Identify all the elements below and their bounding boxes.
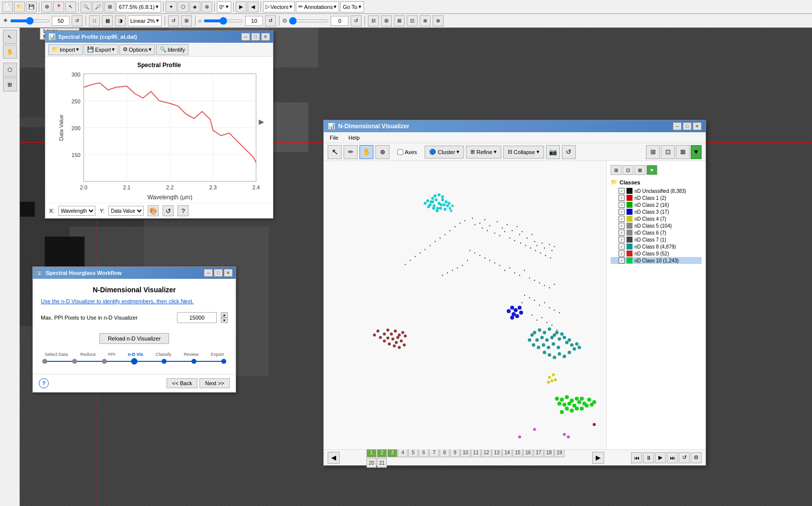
cluster-btn[interactable]: 🔵 Cluster ▾ <box>425 146 464 159</box>
display-btn2[interactable]: ⊞ <box>381 15 392 26</box>
lp-btn2[interactable]: ✋ <box>3 45 17 59</box>
view-btn1[interactable]: ⊞ <box>646 145 660 159</box>
sp-close[interactable]: ✕ <box>261 33 270 41</box>
class-item-2[interactable]: nD Class 2 (16) <box>611 201 702 208</box>
reset-gamma-btn[interactable]: ↺ <box>351 15 361 26</box>
menu-help[interactable]: Help <box>347 135 362 141</box>
refresh2-btn[interactable]: ↺ <box>562 145 576 159</box>
reset-contrast-btn[interactable]: ↺ <box>265 15 276 26</box>
sb-btn3[interactable]: ⊠ <box>634 165 645 175</box>
color-select-btn[interactable]: ▼ <box>646 165 657 175</box>
play-start-btn[interactable]: ⏮ <box>631 452 642 463</box>
display-btn1[interactable]: ⊟ <box>368 15 379 26</box>
chart-refresh-btn[interactable]: ↺ <box>163 205 174 216</box>
tool2-btn[interactable]: ⬡ <box>178 1 188 12</box>
color-picker-btn[interactable]: ▼ <box>691 145 702 159</box>
sb-btn2[interactable]: ⊡ <box>623 165 633 175</box>
lp-btn1[interactable]: ↖ <box>3 30 17 44</box>
class-item-0[interactable]: nD Unclassified (8,383) <box>611 187 702 194</box>
display-btn5[interactable]: ⊕ <box>420 15 431 26</box>
refresh-btn[interactable]: ↺ <box>168 15 179 26</box>
save-btn[interactable]: 💾 <box>26 1 37 12</box>
new-btn[interactable]: 📄 <box>2 1 13 12</box>
play-fast-btn[interactable]: ⏭ <box>667 452 678 463</box>
class-item-6[interactable]: nD Class 6 (7) <box>611 229 702 236</box>
stretch-dropdown[interactable]: Linear 2% ▾ <box>128 15 162 26</box>
class-check-1[interactable] <box>619 195 625 201</box>
view-btn3[interactable]: ⊠ <box>676 145 690 159</box>
display-btn3[interactable]: ⊠ <box>394 15 405 26</box>
axes-check[interactable] <box>397 149 403 155</box>
hg-help-btn[interactable]: ? <box>39 378 49 388</box>
move-tool-btn[interactable]: ✋ <box>360 145 373 159</box>
sp-maximize[interactable]: □ <box>251 33 260 41</box>
ppi-up[interactable]: ▲ <box>221 312 228 318</box>
class-check-7[interactable] <box>619 237 625 243</box>
display-btn4[interactable]: ⊡ <box>407 15 418 26</box>
annotations-dropdown[interactable]: ✏ Annotations ▾ <box>296 1 339 12</box>
ppi-down[interactable]: ▼ <box>221 318 228 323</box>
y-axis-select[interactable]: Data Value <box>108 206 144 216</box>
contrast-slider[interactable] <box>203 19 243 22</box>
collapse-btn[interactable]: ⊟ Collapse ▾ <box>503 146 544 159</box>
class-check-5[interactable] <box>619 223 625 229</box>
lp-btn3[interactable]: ⬡ <box>3 63 17 77</box>
back-btn[interactable]: << Back <box>167 378 197 388</box>
rotation-dropdown[interactable]: 0° ▾ <box>217 1 231 12</box>
prev-page-btn[interactable]: ◀ <box>328 452 340 464</box>
zoom-in-btn[interactable]: 🔍 <box>81 1 91 12</box>
class-check-9[interactable] <box>619 251 625 256</box>
tool1-btn[interactable]: ✦ <box>166 1 177 12</box>
class-item-8[interactable]: nD Class 8 (4,879) <box>611 243 702 250</box>
sb-btn1[interactable]: ⊞ <box>611 165 622 175</box>
contrast-value[interactable]: 10 <box>245 16 263 26</box>
layers-btn[interactable]: ⊞ <box>181 15 192 26</box>
hg-minimize[interactable]: ─ <box>204 269 213 277</box>
forward-btn[interactable]: ▶ <box>236 1 247 12</box>
gamma-slider[interactable] <box>289 19 329 22</box>
class-check-10[interactable] <box>619 257 625 263</box>
play-settings-btn[interactable]: ⚙ <box>691 452 702 463</box>
class-check-2[interactable] <box>619 202 625 208</box>
class-item-10[interactable]: nD Class 10 (1,243) <box>611 257 702 264</box>
play-pause-btn[interactable]: ⏸ <box>643 452 654 463</box>
sp-minimize[interactable]: ─ <box>241 33 250 41</box>
class-item-4[interactable]: nD Class 4 (7) <box>611 215 702 222</box>
back-btn[interactable]: ◀ <box>248 1 259 12</box>
page-21[interactable]: 21 <box>377 458 387 468</box>
ndv-minimize[interactable]: ─ <box>673 122 682 130</box>
zoom-fit-btn[interactable]: ⊞ <box>104 1 115 12</box>
play-loop-btn[interactable]: ↺ <box>679 452 690 463</box>
cursor-btn[interactable]: ↖ <box>65 1 76 12</box>
sp-identify-btn[interactable]: 🔍 Identify <box>156 44 188 55</box>
hg-restore[interactable]: □ <box>214 269 223 277</box>
target-tool-btn[interactable]: ⊕ <box>375 145 389 159</box>
select-tool-btn[interactable]: ↖ <box>328 145 342 159</box>
zoom-out-btn[interactable]: 🔎 <box>92 1 103 12</box>
hg-instruction[interactable]: Use the n-D Visualizer to identify endme… <box>41 298 228 305</box>
class-item-7[interactable]: nD Class 7 (1) <box>611 236 702 243</box>
ndv-maximize[interactable]: □ <box>683 122 692 130</box>
reload-btn[interactable]: Reload n-D Visualizer <box>99 333 169 344</box>
class-check-8[interactable] <box>619 244 625 250</box>
class-item-3[interactable]: nD Class 3 (17) <box>611 208 702 215</box>
ppi-input[interactable]: 15000 <box>177 312 217 323</box>
tool3-btn[interactable]: ◈ <box>189 1 200 12</box>
hg-close[interactable]: ✕ <box>224 269 233 277</box>
brightness-value[interactable]: 50 <box>52 16 70 26</box>
gamma-value[interactable]: 0 <box>331 16 349 26</box>
band-btn[interactable]: □ <box>89 15 100 26</box>
zoom-level-dropdown[interactable]: 677.5% (6.8:1) ▾ <box>116 1 161 12</box>
display-btn6[interactable]: ⊗ <box>433 15 444 26</box>
rgb-btn[interactable]: ▦ <box>102 15 113 26</box>
class-item-9[interactable]: nD Class 9 (52) <box>611 250 702 257</box>
vectors-dropdown[interactable]: ▷ Vectors ▾ <box>263 1 295 12</box>
open-btn[interactable]: 📁 <box>14 1 25 12</box>
view-btn2[interactable]: ⊡ <box>661 145 675 159</box>
refine-btn[interactable]: ⊞ Refine ▾ <box>466 146 501 159</box>
lp-btn4[interactable]: ⊞ <box>3 78 17 91</box>
class-item-1[interactable]: nD Class 1 (2) <box>611 194 702 201</box>
next-btn[interactable]: Next >> <box>199 378 230 388</box>
reset-brightness-btn[interactable]: ↺ <box>72 15 83 26</box>
image-area[interactable]: Layer Manager 📊 Spectral Profile (cup95_… <box>20 28 812 506</box>
